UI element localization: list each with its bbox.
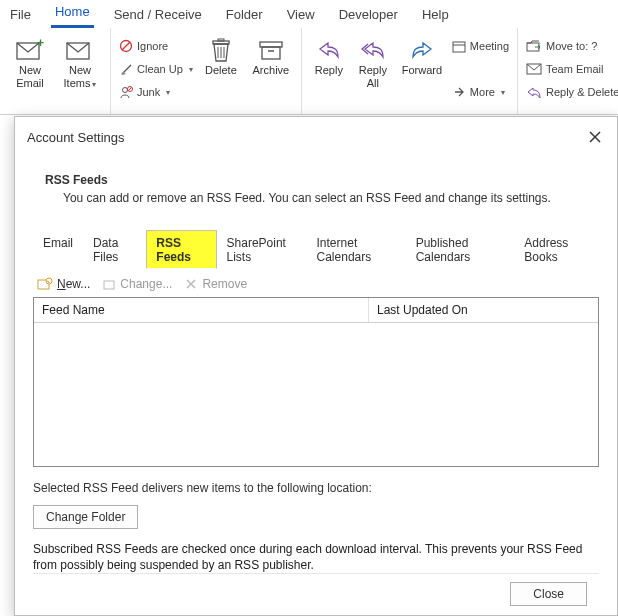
settings-tabs: Email Data Files RSS Feeds SharePoint Li… (33, 229, 599, 269)
dialog-title: Account Settings (27, 130, 125, 145)
label: Ignore (137, 40, 168, 52)
tab-address-books[interactable]: Address Books (514, 230, 599, 269)
archive-icon (257, 36, 285, 64)
svg-point-5 (123, 88, 128, 93)
feeds-list-header: Feed Name Last Updated On (34, 298, 598, 323)
tab-email[interactable]: Email (33, 230, 83, 269)
chevron-down-icon: ▾ (189, 65, 193, 74)
svg-text:+: + (37, 39, 44, 50)
ribbon-group-respond: Reply Reply All Forward Meeting More▾ (302, 28, 518, 114)
chevron-down-icon: ▾ (166, 88, 170, 97)
tab-internet-calendars[interactable]: Internet Calendars (307, 230, 406, 269)
label: Change... (120, 277, 172, 291)
label: New Items▾ (64, 64, 97, 89)
menu-help[interactable]: Help (418, 3, 453, 28)
label: Reply All (359, 64, 387, 89)
junk-person-icon (119, 85, 133, 99)
ignore-button[interactable]: Ignore (117, 36, 195, 56)
menu-send-receive[interactable]: Send / Receive (110, 3, 206, 28)
folder-move-icon (526, 39, 542, 53)
tab-published-calendars[interactable]: Published Calendars (406, 230, 515, 269)
section-heading: RSS Feeds (45, 173, 599, 187)
delete-button[interactable]: Delete (197, 32, 245, 77)
ribbon: + New Email New Items▾ Ignore Clean Up▾ … (0, 28, 618, 115)
rss-note: Subscribed RSS Feeds are checked once du… (33, 541, 599, 573)
reply-icon (315, 36, 343, 64)
label: Remove (202, 277, 247, 291)
svg-rect-16 (453, 42, 465, 52)
label: More (470, 86, 495, 98)
svg-rect-24 (104, 281, 114, 289)
tab-sharepoint-lists[interactable]: SharePoint Lists (217, 230, 307, 269)
delivers-label: Selected RSS Feed delivers new items to … (33, 481, 599, 495)
forward-button[interactable]: Forward (396, 32, 448, 77)
respond-more-stack: Meeting More▾ (450, 32, 511, 102)
feed-toolbar: New... Change... Remove (33, 269, 599, 297)
change-feed-button: Change... (102, 277, 172, 291)
forward-icon (408, 36, 436, 64)
svg-rect-13 (260, 42, 282, 47)
remove-feed-button: Remove (184, 277, 247, 291)
reply-all-icon (359, 36, 387, 64)
svg-rect-14 (262, 47, 280, 59)
new-feed-button[interactable]: New... (37, 277, 90, 291)
dialog-footer: Close (33, 573, 599, 606)
reply-all-button[interactable]: Reply All (352, 32, 394, 89)
svg-point-23 (46, 278, 52, 284)
new-feed-icon (37, 277, 53, 291)
section-description: You can add or remove an RSS Feed. You c… (63, 191, 599, 205)
meeting-button[interactable]: Meeting (450, 36, 511, 56)
menu-view[interactable]: View (283, 3, 319, 28)
label: New Email (16, 64, 44, 89)
ignore-icon (119, 39, 133, 53)
move-to-button[interactable]: Move to: ? (524, 36, 618, 56)
ribbon-group-new: + New Email New Items▾ (0, 28, 111, 114)
junk-stack: Ignore Clean Up▾ Junk▾ (117, 32, 195, 102)
envelope-items-icon (66, 36, 94, 64)
tab-data-files[interactable]: Data Files (83, 230, 146, 269)
reply-button[interactable]: Reply (308, 32, 350, 77)
menu-bar: File Home Send / Receive Folder View Dev… (0, 0, 618, 28)
account-settings-dialog: Account Settings RSS Feeds You can add o… (14, 116, 618, 616)
feeds-list[interactable]: Feed Name Last Updated On (33, 297, 599, 467)
dialog-titlebar: Account Settings (15, 117, 617, 155)
col-feed-name[interactable]: Feed Name (34, 298, 369, 322)
svg-line-7 (129, 88, 132, 91)
share-icon (452, 85, 466, 99)
ribbon-group-quicksteps: Move to: ? Team Email Reply & Delete (518, 28, 618, 114)
more-button[interactable]: More▾ (450, 82, 511, 102)
tab-rss-feeds[interactable]: RSS Feeds (146, 230, 216, 269)
ribbon-group-delete: Ignore Clean Up▾ Junk▾ Delete Archive (111, 28, 302, 114)
label: Archive (253, 64, 290, 77)
spacer (450, 59, 511, 79)
team-email-button[interactable]: Team Email (524, 59, 618, 79)
broom-icon (119, 62, 133, 76)
col-last-updated[interactable]: Last Updated On (369, 298, 598, 322)
quick-steps-stack: Move to: ? Team Email Reply & Delete (524, 32, 618, 102)
reply-and-delete-button[interactable]: Reply & Delete (524, 82, 618, 102)
label: Reply & Delete (546, 86, 618, 98)
clean-up-button[interactable]: Clean Up▾ (117, 59, 195, 79)
trash-icon (207, 36, 235, 64)
close-icon[interactable] (583, 125, 607, 149)
dialog-body: RSS Feeds You can add or remove an RSS F… (15, 155, 617, 616)
change-icon (102, 277, 116, 291)
label: New... (57, 277, 90, 291)
change-folder-button[interactable]: Change Folder (33, 505, 138, 529)
calendar-icon (452, 39, 466, 53)
label: Forward (402, 64, 442, 77)
svg-line-4 (122, 42, 130, 50)
label: Delete (205, 64, 237, 77)
reply-small-icon (526, 86, 542, 98)
menu-file[interactable]: File (6, 3, 35, 28)
menu-folder[interactable]: Folder (222, 3, 267, 28)
new-email-button[interactable]: + New Email (6, 32, 54, 89)
new-items-button[interactable]: New Items▾ (56, 32, 104, 89)
junk-button[interactable]: Junk▾ (117, 82, 195, 102)
label: Reply (315, 64, 343, 77)
close-button[interactable]: Close (510, 582, 587, 606)
label: Team Email (546, 63, 603, 75)
archive-button[interactable]: Archive (247, 32, 295, 77)
menu-developer[interactable]: Developer (335, 3, 402, 28)
menu-home[interactable]: Home (51, 0, 94, 28)
